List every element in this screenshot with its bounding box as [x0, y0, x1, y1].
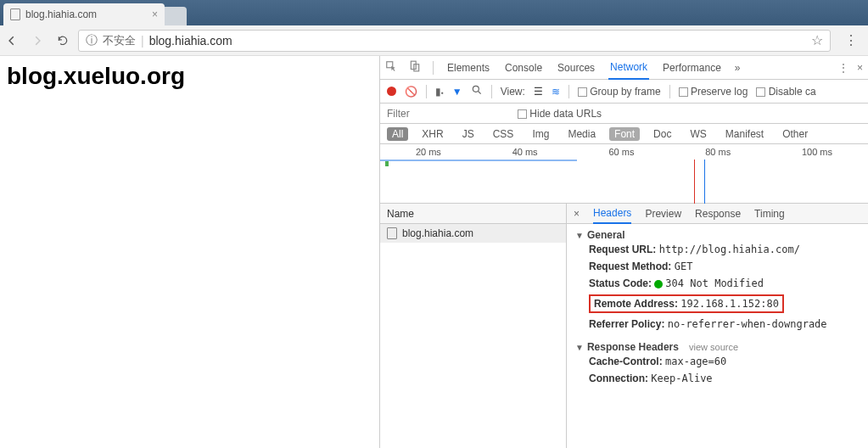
- conn-value: Keep-Alive: [651, 372, 712, 384]
- timeline-tick: 80 ms: [705, 147, 731, 157]
- bookmark-icon[interactable]: ☆: [811, 32, 823, 48]
- method-value: GET: [675, 260, 693, 272]
- request-list: Name blog.hiahia.com: [380, 204, 567, 448]
- device-icon[interactable]: [409, 60, 421, 75]
- type-xhr[interactable]: XHR: [417, 127, 448, 141]
- detail-close-icon[interactable]: ×: [574, 208, 580, 220]
- separator: [426, 85, 427, 98]
- page-content: blog.xueluo.org: [0, 56, 379, 448]
- remote-value: 192.168.1.152:80: [680, 298, 779, 310]
- view-waterfall-icon[interactable]: ≋: [552, 86, 560, 98]
- view-label: View:: [501, 86, 525, 98]
- type-doc[interactable]: Doc: [648, 127, 676, 141]
- section-general: ▼General Request URL: http://blog.hiahia…: [567, 224, 868, 336]
- view-source-link[interactable]: view source: [689, 342, 738, 352]
- detail-tab-preview[interactable]: Preview: [645, 208, 681, 220]
- type-ws[interactable]: WS: [685, 127, 711, 141]
- type-js[interactable]: JS: [457, 127, 479, 141]
- section-title-response[interactable]: ▼Response Headersview source: [575, 341, 860, 353]
- network-timeline[interactable]: 20 ms 40 ms 60 ms 80 ms 100 ms: [380, 144, 868, 204]
- separator: [433, 61, 434, 75]
- network-type-filters: All XHR JS CSS Img Media Font Doc WS Man…: [380, 124, 868, 144]
- status-dot-icon: [654, 280, 663, 288]
- browser-tabstrip: blog.hiahia.com ×: [0, 0, 868, 25]
- detail-tab-timing[interactable]: Timing: [754, 208, 785, 220]
- tab-performance[interactable]: Performance: [661, 56, 723, 80]
- devtools-tabstrip: Elements Console Sources Network Perform…: [380, 56, 868, 80]
- back-button[interactable]: [5, 34, 19, 48]
- inspect-icon[interactable]: [385, 60, 397, 75]
- close-tab-icon[interactable]: ×: [152, 8, 158, 20]
- tab-title: blog.hiahia.com: [25, 8, 97, 20]
- separator: [568, 85, 569, 98]
- status-value: 304 Not Modified: [665, 277, 764, 289]
- detail-tabstrip: × Headers Preview Response Timing: [567, 204, 868, 224]
- collapse-icon: ▼: [575, 343, 584, 352]
- devtools-close-icon[interactable]: ×: [857, 62, 863, 74]
- timeline-tick: 100 ms: [802, 147, 832, 157]
- browser-menu-icon[interactable]: ⋮: [839, 32, 863, 48]
- record-button[interactable]: [387, 87, 396, 96]
- browser-tab[interactable]: blog.hiahia.com ×: [3, 3, 165, 25]
- type-img[interactable]: Img: [527, 127, 554, 141]
- remote-address-highlight: Remote Address: 192.168.1.152:80: [589, 294, 784, 313]
- reload-button[interactable]: [56, 34, 70, 48]
- camera-icon[interactable]: ▮▪: [435, 86, 444, 98]
- search-icon[interactable]: [471, 84, 483, 98]
- new-tab-button[interactable]: [163, 7, 187, 25]
- more-tabs-icon[interactable]: »: [735, 62, 741, 74]
- separator: [491, 85, 492, 98]
- info-icon: ⓘ: [86, 33, 98, 48]
- network-split: Name blog.hiahia.com × Headers Preview R…: [380, 204, 868, 448]
- disable-cache-checkbox[interactable]: Disable ca: [756, 86, 815, 98]
- filter-icon[interactable]: ▼: [452, 86, 462, 98]
- collapse-icon: ▼: [575, 231, 584, 240]
- tab-elements[interactable]: Elements: [445, 56, 491, 80]
- type-css[interactable]: CSS: [488, 127, 519, 141]
- type-manifest[interactable]: Manifest: [720, 127, 769, 141]
- clear-icon[interactable]: 🚫: [405, 86, 417, 98]
- section-response-headers: ▼Response Headersview source Cache-Contr…: [567, 336, 868, 390]
- svg-point-3: [473, 86, 479, 92]
- filter-input[interactable]: [387, 108, 506, 120]
- separator: |: [141, 34, 144, 48]
- type-media[interactable]: Media: [563, 127, 601, 141]
- request-row[interactable]: blog.hiahia.com: [380, 224, 566, 243]
- network-filter-row: Hide data URLs: [380, 104, 868, 124]
- timeline-tick: 20 ms: [416, 147, 441, 157]
- cache-value: max-age=60: [665, 356, 726, 367]
- security-label: 不安全: [103, 33, 136, 48]
- request-name: blog.hiahia.com: [402, 227, 473, 239]
- type-other[interactable]: Other: [777, 127, 813, 141]
- omnibox[interactable]: ⓘ 不安全 | blog.hiahia.com ☆: [78, 30, 831, 52]
- hide-data-urls-checkbox[interactable]: Hide data URLs: [518, 108, 602, 120]
- referrer-value: no-referrer-when-downgrade: [668, 318, 827, 330]
- timeline-tick: 40 ms: [512, 147, 538, 157]
- tab-console[interactable]: Console: [503, 56, 544, 80]
- page-icon: [10, 8, 20, 20]
- section-title-general[interactable]: ▼General: [575, 229, 860, 241]
- network-toolbar: 🚫 ▮▪ ▼ View: ☰ ≋ Group by frame Preserve…: [380, 80, 868, 104]
- nav-buttons: [5, 34, 70, 48]
- file-icon: [387, 227, 397, 239]
- type-all[interactable]: All: [387, 127, 408, 141]
- request-detail: × Headers Preview Response Timing ▼Gener…: [567, 204, 868, 448]
- devtools-panel: Elements Console Sources Network Perform…: [379, 56, 868, 448]
- preserve-log-checkbox[interactable]: Preserve log: [679, 86, 748, 98]
- tab-network[interactable]: Network: [608, 56, 649, 80]
- detail-tab-response[interactable]: Response: [695, 208, 741, 220]
- separator: [669, 85, 670, 98]
- view-large-icon[interactable]: ☰: [534, 86, 543, 98]
- tab-sources[interactable]: Sources: [556, 56, 596, 80]
- timeline-tick: 60 ms: [608, 147, 634, 157]
- devtools-menu-icon[interactable]: ⋮: [838, 62, 848, 74]
- forward-button[interactable]: [31, 34, 44, 48]
- request-list-header[interactable]: Name: [380, 204, 566, 224]
- address-bar: ⓘ 不安全 | blog.hiahia.com ☆ ⋮: [0, 25, 868, 56]
- url-text: blog.hiahia.com: [149, 34, 232, 48]
- request-url-value: http://blog.hiahia.com/: [659, 244, 800, 255]
- page-heading: blog.xueluo.org: [7, 63, 372, 90]
- detail-tab-headers[interactable]: Headers: [593, 204, 631, 224]
- group-by-frame-checkbox[interactable]: Group by frame: [578, 86, 661, 98]
- type-font[interactable]: Font: [609, 127, 640, 141]
